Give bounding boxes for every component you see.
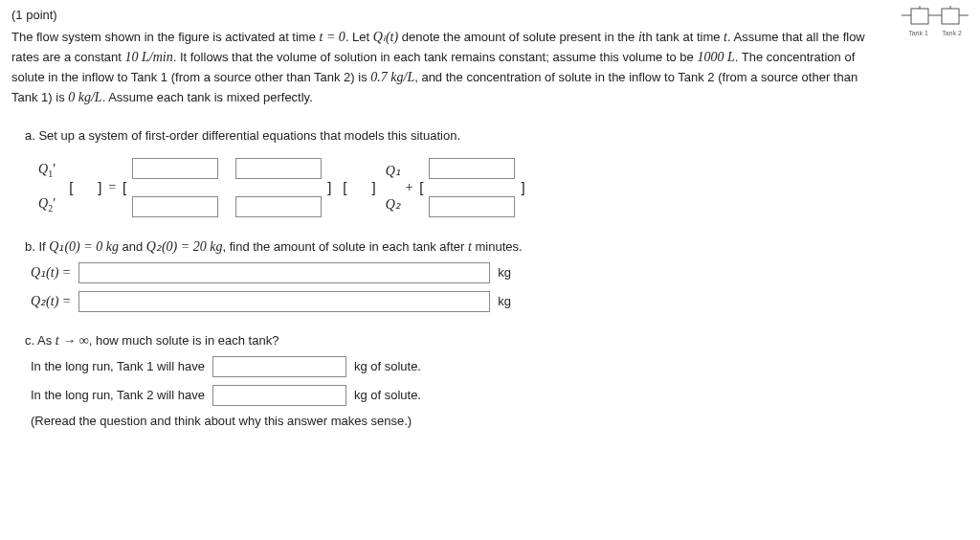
forcing-1-input[interactable] (429, 158, 515, 179)
matrix-col1 (132, 158, 218, 217)
tank2-longrun-input[interactable] (212, 385, 346, 406)
q2t-label: Q₂(t) = (31, 293, 71, 309)
plus: + (405, 180, 413, 195)
matrix-col2 (235, 158, 322, 217)
math: 0.7 kg/L (370, 70, 414, 84)
text: . Let (345, 30, 373, 44)
q2-sym: Q₂ (386, 196, 401, 213)
bracket-open: [ (117, 179, 132, 195)
q2-prime: Q2′ (38, 196, 56, 211)
bracket-close: ] (515, 179, 530, 195)
text: c. As (25, 333, 56, 348)
math: Q₂(0) = 20 kg (146, 239, 223, 254)
text: minutes. (472, 239, 523, 254)
bracket-open: [ (337, 179, 352, 195)
q1t-label: Q₁(t) = (31, 264, 71, 281)
equals: = (108, 180, 117, 195)
q2t-input[interactable] (78, 291, 490, 312)
bracket-open: [ (413, 179, 429, 195)
math: 1000 L (697, 50, 734, 64)
q1t-input[interactable] (78, 262, 490, 283)
math: Q₁(0) = 0 kg (49, 239, 119, 254)
bracket-close: ] (322, 179, 337, 195)
svg-rect-3 (942, 9, 959, 24)
text: , how much solute is in each tank? (89, 333, 279, 348)
text: and (119, 239, 146, 254)
part-c-note: (Reread the question and think about why… (31, 414, 969, 428)
matrix-a22-input[interactable] (235, 196, 322, 217)
bracket-close: ] (367, 179, 382, 195)
q1-prime: Q1′ (38, 162, 56, 176)
points-label: (1 point) (11, 6, 886, 25)
tank1-longrun-unit: kg of solute. (354, 359, 421, 373)
problem-body: The flow system shown in the figure is a… (11, 27, 886, 107)
tank1-longrun-label: In the long run, Tank 1 will have (31, 359, 205, 373)
math: t → ∞ (56, 333, 89, 348)
svg-rect-1 (911, 9, 928, 24)
math: t = 0 (320, 30, 345, 44)
math: 10 L/min (125, 50, 173, 64)
unit-kg: kg (498, 294, 511, 308)
q1-sym: Q₁ (386, 163, 401, 179)
part-c: c. As t → ∞, how much solute is in each … (11, 333, 969, 428)
problem-statement: (1 point) The flow system shown in the f… (11, 6, 886, 107)
bracket-open: [ (63, 179, 78, 195)
text: denote the amount of solute present in t… (398, 30, 638, 44)
text: b. If (25, 239, 49, 254)
tanks-diagram: Tank 1 Tank 2 (902, 6, 969, 36)
forcing-vector (429, 158, 515, 217)
text: The flow system shown in the figure is a… (11, 30, 320, 44)
tank1-longrun-input[interactable] (212, 356, 346, 377)
q-vector: Q₁ Q₂ (386, 163, 401, 213)
matrix-a12-input[interactable] (235, 158, 322, 179)
part-a-label: a. Set up a system of first-order differ… (25, 128, 969, 143)
text: th tank at time (642, 30, 724, 44)
forcing-2-input[interactable] (429, 196, 515, 217)
math: Qᵢ(t) (373, 30, 398, 44)
tanks-svg (902, 6, 969, 29)
tank2-longrun-unit: kg of solute. (354, 388, 421, 402)
part-b: b. If Q₁(0) = 0 kg and Q₂(0) = 20 kg, fi… (11, 238, 969, 312)
lhs-vector: Q1′ Q2′ (38, 162, 56, 214)
part-c-label: c. As t → ∞, how much solute is in each … (25, 333, 969, 349)
tank2-label: Tank 2 (942, 30, 962, 36)
text: , find the amount of solute in each tank… (222, 239, 468, 254)
part-b-label: b. If Q₁(0) = 0 kg and Q₂(0) = 20 kg, fi… (25, 238, 969, 255)
unit-kg: kg (498, 265, 511, 280)
bracket-close: ] (92, 179, 107, 195)
text: . Assume each tank is mixed perfectly. (102, 90, 313, 104)
part-a: a. Set up a system of first-order differ… (11, 128, 969, 217)
tank2-longrun-label: In the long run, Tank 2 will have (31, 388, 205, 402)
tank1-label: Tank 1 (908, 30, 928, 36)
matrix-a11-input[interactable] (132, 158, 218, 179)
matrix-equation: Q1′ Q2′ [ ] = [ ] [ ] Q₁ Q₂ + [ (38, 158, 969, 217)
problem-header: (1 point) The flow system shown in the f… (11, 6, 969, 107)
text: . It follows that the volume of solution… (173, 50, 698, 64)
matrix-a21-input[interactable] (132, 196, 218, 217)
math: 0 kg/L (68, 90, 101, 104)
